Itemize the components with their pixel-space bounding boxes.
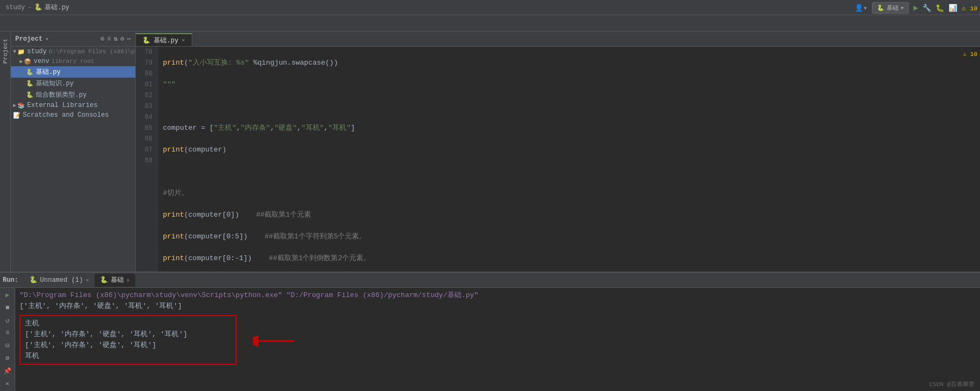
output-boxed-area: 主机 ['主机', '内存条', '硬盘', '耳机', '耳机'] ['主机'… xyxy=(20,314,976,366)
title-separator: – xyxy=(28,4,31,11)
sort-icon[interactable]: ⇅ xyxy=(113,35,117,43)
zuhe-icon: 🐍 xyxy=(26,91,34,98)
run-tab-unnamed[interactable]: 🐍 Unnamed (1) ✕ xyxy=(24,274,94,287)
title-icon: 🐍 xyxy=(34,3,42,11)
code-line-81: computer = ["主机","内存条","硬盘","耳机","耳机"] xyxy=(163,123,975,134)
settings-icon[interactable]: ⚙ xyxy=(121,35,124,43)
coverage-button[interactable]: 📊 xyxy=(949,4,957,12)
code-line-87: print(computer[0:-1]) ##截取第1个到倒数第2个元素。 xyxy=(163,253,975,264)
box-line-1: 主机 xyxy=(25,318,231,329)
output-line1: ['主机', '内存条', '硬盘', '耳机', '耳机'] xyxy=(20,301,976,312)
title-bar: study – 🐍 基础.py 👤▾ 🐍 基础 ▾ ▶ 🔧 🐛 📊 ⚠ 10 xyxy=(0,0,980,15)
venv-chevron: ▶ xyxy=(20,58,23,65)
run-rerun-btn[interactable]: ↺ xyxy=(2,316,13,326)
tab-jichushi[interactable]: 🐍 基础.py ✕ xyxy=(136,33,192,46)
sidebar-item-jichuzshi2[interactable]: 🐍 基础知识.py xyxy=(11,78,135,89)
unnamed-tab-close[interactable]: ✕ xyxy=(86,277,89,283)
tab-jichushi-icon: 🐍 xyxy=(142,36,150,45)
sidebar-tree: ▼ 📁 study D:\Program Files (x86)\pycharm… xyxy=(11,47,135,272)
output-result-1: ['主机', '内存条', '硬盘', '耳机', '耳机'] xyxy=(20,302,182,310)
run-config-label: 基础 xyxy=(887,4,899,12)
jichhu-tab-label: 基础 xyxy=(111,275,124,285)
code-line-83 xyxy=(163,166,975,177)
sidebar-item-zuhe[interactable]: 🐍 组合数据类型.py xyxy=(11,89,135,100)
tab-bar: 🐍 基础.py ✕ xyxy=(136,31,980,47)
output-cmd-line: "D:\Program Files (x86)\pycharm\study\ve… xyxy=(20,290,976,301)
scratches-label: Scratches and Consoles xyxy=(23,111,109,119)
zuhe-label: 组合数据类型.py xyxy=(36,90,87,99)
run-settings-btn[interactable]: ⚙ xyxy=(2,353,13,363)
run-config-chevron: ▾ xyxy=(901,4,905,11)
minimize-icon[interactable]: — xyxy=(127,35,131,43)
editor-area: 🐍 基础.py ✕ 78 79 80 81 82 83 84 85 86 87 xyxy=(136,31,980,272)
code-line-78: print("入小写互换: %s" %qingjun.swapcase()) xyxy=(163,58,975,68)
code-line-79: """ xyxy=(163,79,975,90)
sync-icon[interactable]: ⚙ xyxy=(100,35,104,43)
run-config-icon: 🐍 xyxy=(877,4,884,11)
venv-icon: 📦 xyxy=(24,58,31,65)
jichhu-tab-close[interactable]: ✕ xyxy=(127,277,130,283)
sidebar-title: Project xyxy=(15,35,42,43)
code-line-84: #切片。 xyxy=(163,188,975,199)
watermark: CSDN @百慕卿君 xyxy=(929,380,975,388)
unnamed-tab-icon: 🐍 xyxy=(29,276,37,284)
code-content[interactable]: print("入小写互换: %s" %qingjun.swapcase()) "… xyxy=(157,47,980,272)
bottom-panel: Run: 🐍 Unnamed (1) ✕ 🐍 基础 ✕ ▶ ■ ↺ ≡ ⊟ ⚙ … xyxy=(0,272,980,391)
run-button[interactable]: ▶ xyxy=(913,3,918,13)
main-content: Project Project ▾ ⚙ ≡ ⇅ ⚙ — xyxy=(0,31,980,391)
venv-suffix: library root xyxy=(52,58,94,65)
code-line-80 xyxy=(163,101,975,112)
scratches-icon: 📝 xyxy=(13,112,21,119)
title-bar-right: 👤▾ 🐍 基础 ▾ ▶ 🔧 🐛 📊 ⚠ 10 xyxy=(855,2,977,14)
debug-button[interactable]: 🐛 xyxy=(935,4,944,12)
ext-lib-label: External Libraries xyxy=(27,102,98,109)
sidebar-header-left: Project ▾ xyxy=(15,35,48,43)
sidebar-item-jichushi[interactable]: 🐍 基础.py xyxy=(11,66,135,78)
jichushi-label: 基础.py xyxy=(36,67,61,77)
collapse-icon[interactable]: ≡ xyxy=(107,35,111,43)
box-line-3: ['主机', '内存条', '硬盘', '耳机'] xyxy=(25,340,231,351)
user-icon[interactable]: 👤▾ xyxy=(855,4,868,12)
study-label: study xyxy=(27,48,47,55)
sidebar-dropdown[interactable]: ▾ xyxy=(45,36,48,42)
venv-label: venv xyxy=(34,58,49,65)
line-numbers: 78 79 80 81 82 83 84 85 86 87 88 xyxy=(136,47,157,272)
arrow-container xyxy=(253,330,296,356)
sidebar-item-ext-lib[interactable]: ▶ 📚 External Libraries xyxy=(11,100,135,110)
run-close-btn[interactable]: ✕ xyxy=(2,379,13,389)
build-button[interactable]: 🔧 xyxy=(922,4,931,12)
run-config-dropdown[interactable]: 🐍 基础 ▾ xyxy=(872,2,909,14)
project-panel-label[interactable]: Project xyxy=(1,36,10,66)
run-left-toolbar: ▶ ■ ↺ ≡ ⊟ ⚙ 📌 ✕ xyxy=(0,288,15,391)
run-label: Run: xyxy=(3,276,18,284)
run-stop-btn[interactable]: ■ xyxy=(2,302,13,313)
code-line-86: print(computer[0:5]) ##截取第1个字符到第5个元素。 xyxy=(163,231,975,242)
run-scroll-btn[interactable]: ≡ xyxy=(2,328,13,338)
jichuzshi2-label: 基础知识.py xyxy=(36,79,74,88)
ext-lib-chevron: ▶ xyxy=(13,102,16,109)
top-toolbar xyxy=(0,15,980,31)
study-path: D:\Program Files (x86)\pycharm\study xyxy=(49,48,135,55)
tab-jichushi-close[interactable]: ✕ xyxy=(182,37,185,43)
sidebar-header: Project ▾ ⚙ ≡ ⇅ ⚙ — xyxy=(11,31,135,47)
study-chevron: ▼ xyxy=(13,49,16,55)
run-tab-bar: Run: 🐍 Unnamed (1) ✕ 🐍 基础 ✕ xyxy=(0,273,980,288)
jichushi-icon: 🐍 xyxy=(26,68,34,75)
sidebar-item-venv[interactable]: ▶ 📦 venv library root xyxy=(11,56,135,66)
run-fold-btn[interactable]: ⊟ xyxy=(2,340,13,351)
jichuzshi2-icon: 🐍 xyxy=(26,80,34,87)
unnamed-tab-label: Unnamed (1) xyxy=(40,276,83,284)
code-line-82: print(computer) xyxy=(163,144,975,155)
box-line-2: ['主机', '内存条', '硬盘', '耳机', '耳机'] xyxy=(25,329,231,340)
red-arrow-icon xyxy=(253,330,296,352)
run-tab-jichhu[interactable]: 🐍 基础 ✕ xyxy=(94,274,135,287)
sidebar-item-study[interactable]: ▼ 📁 study D:\Program Files (x86)\pycharm… xyxy=(11,47,135,56)
content-area: Project Project ▾ ⚙ ≡ ⇅ ⚙ — xyxy=(0,31,980,272)
run-output[interactable]: "D:\Program Files (x86)\pycharm\study\ve… xyxy=(15,288,980,391)
warning-gutter: ⚠ 10 xyxy=(963,51,977,58)
sidebar-item-scratches[interactable]: 📝 Scratches and Consoles xyxy=(11,110,135,120)
run-play-btn[interactable]: ▶ xyxy=(2,290,13,300)
warning-button[interactable]: ⚠ 10 xyxy=(962,4,977,12)
run-pin-btn[interactable]: 📌 xyxy=(2,366,13,376)
study-folder-icon: 📁 xyxy=(17,48,25,55)
